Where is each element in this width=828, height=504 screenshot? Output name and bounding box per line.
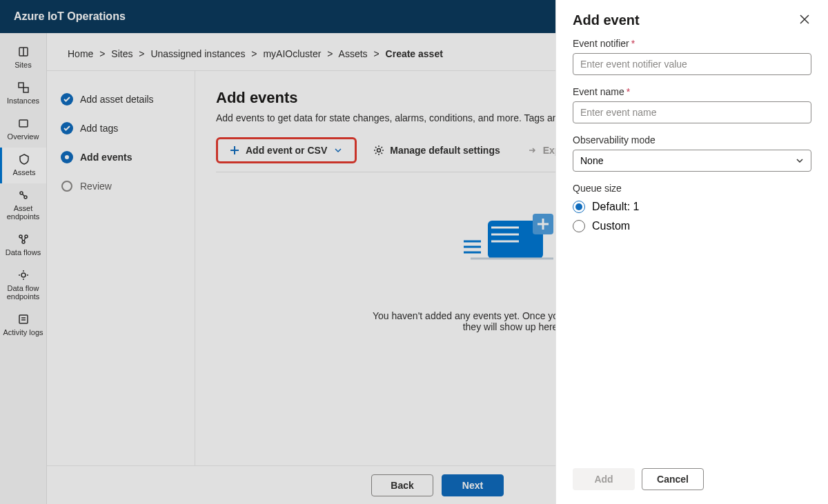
observability-mode-label: Observability mode xyxy=(573,134,811,145)
close-icon xyxy=(800,14,809,24)
event-notifier-input[interactable] xyxy=(573,53,811,75)
panel-add-button[interactable]: Add xyxy=(573,468,635,490)
queue-size-custom-radio[interactable]: Custom xyxy=(573,220,811,232)
add-event-panel: Add event Event notifier* Event name* Ob… xyxy=(555,0,828,504)
panel-close-button[interactable] xyxy=(798,12,811,26)
queue-size-default-radio[interactable]: Default: 1 xyxy=(573,201,811,213)
event-name-label: Event name* xyxy=(573,86,811,97)
panel-title: Add event xyxy=(573,12,640,28)
chevron-down-icon xyxy=(796,157,804,165)
event-name-input[interactable] xyxy=(573,101,811,123)
event-notifier-label: Event notifier* xyxy=(573,38,811,49)
panel-cancel-button[interactable]: Cancel xyxy=(642,468,704,490)
radio-icon xyxy=(573,220,585,232)
observability-mode-select[interactable]: None xyxy=(573,150,811,172)
radio-icon xyxy=(573,201,585,213)
queue-size-label: Queue size xyxy=(573,183,811,194)
